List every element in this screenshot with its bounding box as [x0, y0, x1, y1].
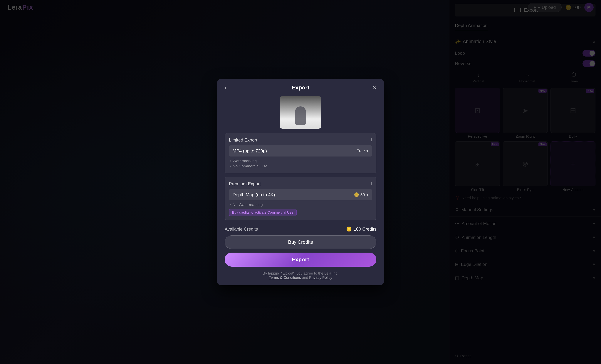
premium-export-title: Premium Export [229, 181, 261, 186]
limited-format-label: MP4 (up to 720p) [233, 148, 267, 153]
modal-back-button[interactable]: ‹ [225, 85, 226, 91]
preview-figure [295, 106, 306, 125]
footer-text: By tapping "Export", you agree to the Le… [225, 271, 376, 280]
preview-image [280, 96, 321, 129]
limited-export-header: Limited Export ℹ [229, 137, 372, 143]
credits-amount-label: 100 Credits [354, 227, 376, 232]
premium-price-label: 30 [361, 192, 365, 197]
export-main-label: Export [292, 257, 309, 262]
modal-overlay[interactable]: ‹ Export ✕ Limited Export ℹ MP4 (up to 7… [0, 0, 601, 364]
limited-bullet-0: Watermarking [230, 159, 372, 163]
available-credits-row: Available Credits 🪙 100 Credits [217, 224, 384, 234]
modal-title: Export [292, 85, 309, 91]
buy-credits-button[interactable]: Buy Credits [225, 235, 376, 249]
limited-price-label: Free [357, 149, 365, 153]
premium-format-label: Depth Map (up to 4K) [233, 192, 275, 197]
export-main-button[interactable]: Export [225, 253, 376, 267]
modal-preview [217, 95, 384, 133]
premium-dropdown-icon: ▾ [366, 192, 368, 197]
terms-link[interactable]: Terms & Conditions [269, 276, 301, 279]
limited-format-row[interactable]: MP4 (up to 720p) Free ▾ [229, 145, 372, 156]
back-icon: ‹ [225, 85, 226, 90]
limited-bullets: Watermarking No Commercial Use [229, 159, 372, 168]
activate-credits-label: Buy credits to activate Commercial Use [232, 211, 293, 214]
close-icon: ✕ [372, 85, 376, 90]
limited-info-icon[interactable]: ℹ [371, 138, 372, 143]
modal-close-button[interactable]: ✕ [372, 85, 376, 91]
premium-info-icon[interactable]: ℹ [371, 182, 372, 186]
limited-export-title: Limited Export [229, 137, 257, 143]
limited-price[interactable]: Free ▾ [357, 149, 368, 153]
credits-coin-icon: 🪙 [346, 227, 352, 232]
export-modal: ‹ Export ✕ Limited Export ℹ MP4 (up to 7… [217, 79, 384, 285]
limited-bullet-1: No Commercial Use [230, 164, 372, 168]
premium-export-header: Premium Export ℹ [229, 181, 372, 186]
premium-bullets: No Watermarking [229, 202, 372, 207]
premium-coin-icon: 🪙 [354, 192, 359, 197]
premium-format-row[interactable]: Depth Map (up to 4K) 🪙 30 ▾ [229, 189, 372, 200]
premium-export-section: Premium Export ℹ Depth Map (up to 4K) 🪙 … [225, 177, 376, 220]
privacy-link[interactable]: Privacy Policy [309, 276, 332, 279]
buy-credits-label: Buy Credits [288, 239, 313, 245]
footer-pre-text: By tapping "Export", you agree to the Le… [263, 271, 339, 275]
limited-dropdown-icon: ▾ [366, 149, 368, 153]
modal-footer: By tapping "Export", you agree to the Le… [217, 270, 384, 285]
premium-bullet-0: No Watermarking [230, 202, 372, 207]
available-credits-label: Available Credits [225, 227, 258, 232]
limited-export-section: Limited Export ℹ MP4 (up to 720p) Free ▾… [225, 133, 376, 173]
modal-header: ‹ Export ✕ [217, 79, 384, 95]
footer-and: and [302, 276, 309, 279]
premium-price[interactable]: 🪙 30 ▾ [354, 192, 368, 197]
credits-amount: 🪙 100 Credits [346, 227, 376, 232]
activate-credits-button[interactable]: Buy credits to activate Commercial Use [229, 209, 297, 216]
